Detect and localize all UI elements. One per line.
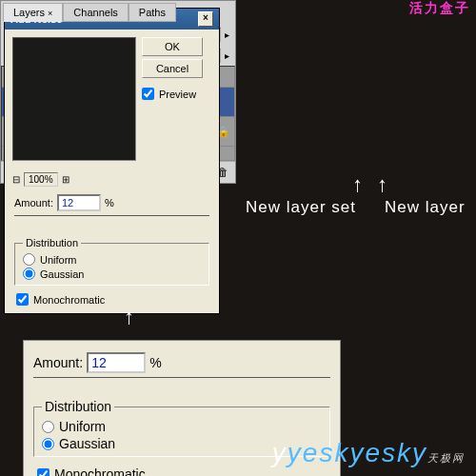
zoom-in-icon[interactable]: ⊞ [62,174,69,185]
arrow-up-icon: ↑ [377,172,387,197]
ok-button[interactable]: OK [142,37,203,56]
uniform-radio[interactable]: Uniform [23,252,201,267]
zoom-out-icon[interactable]: ⊟ [12,174,20,185]
annotation-new-layer: New layer [385,198,466,217]
tab-paths[interactable]: Paths [129,3,176,22]
watermark-top: 活力盒子 [409,0,470,17]
amount-label: Amount: [33,355,83,370]
arrow-icon[interactable]: ▸ [225,50,229,61]
arrow-icon[interactable]: ▸ [225,30,229,40]
annotation-new-layer-set: New layer set [246,198,356,217]
cancel-button[interactable]: Cancel [142,59,203,78]
tab-channels[interactable]: Channels [63,3,128,22]
arrow-up-icon: ↑ [124,305,134,329]
tab-layers[interactable]: Layers × [3,3,63,22]
amount-label: Amount: [14,197,53,208]
monochromatic-checkbox[interactable]: Monochromatic [5,289,219,313]
uniform-radio[interactable]: Uniform [42,418,322,435]
watermark-bottom: yyeskyesky天极网 [272,438,465,468]
distribution-group: Distribution Uniform Gaussian [14,237,209,286]
add-noise-dialog: Add Noise × OK Cancel Preview ⊟ 100% ⊞ A… [4,8,220,314]
amount-input[interactable] [57,194,101,211]
amount-slider[interactable] [14,215,209,233]
arrow-up-icon: ↑ [352,172,363,197]
gaussian-radio[interactable]: Gaussian [23,267,201,281]
close-icon[interactable]: × [198,11,213,27]
preview-checkbox[interactable]: Preview [142,87,203,101]
zoom-value: 100% [24,172,58,187]
amount-slider[interactable] [33,377,330,395]
amount-input[interactable] [87,352,146,373]
noise-preview [12,37,136,161]
